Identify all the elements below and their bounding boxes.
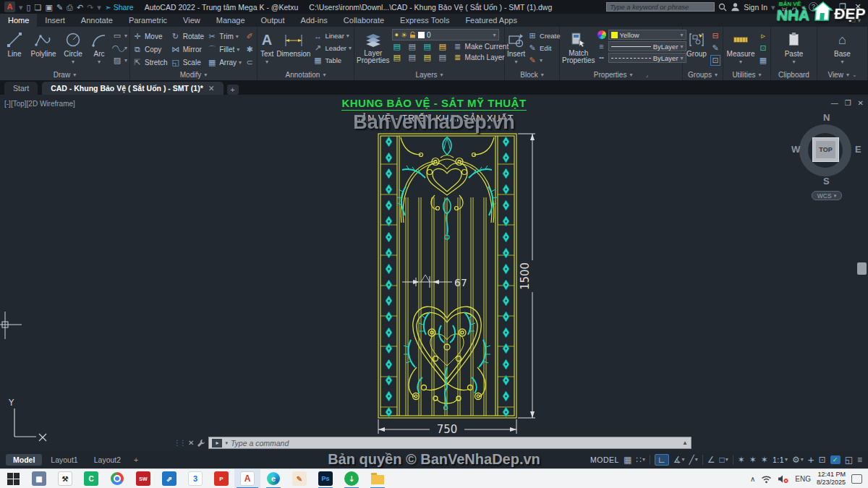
undo-icon[interactable]: ↶	[77, 1, 83, 13]
panel-groups-footer[interactable]: Groups▾	[683, 69, 723, 80]
command-grip-handle[interactable]: ⋮⋮	[174, 439, 185, 447]
command-expand-icon[interactable]: ▲	[682, 440, 688, 446]
measure-flyout-icon[interactable]: ▾	[739, 58, 742, 66]
panel-annotation-footer[interactable]: Annotation▾	[258, 69, 354, 80]
match-properties-button[interactable]: MatchProperties	[562, 29, 595, 64]
erase-button[interactable]: ✐	[244, 30, 255, 43]
dimension-button[interactable]: Dimension	[276, 29, 310, 58]
workspace-switching[interactable]: ⚙▾	[792, 455, 804, 465]
otrack-toggle[interactable]: ∠	[707, 455, 715, 465]
viewcube-north[interactable]: N	[823, 112, 830, 123]
file-tab-close-icon[interactable]: ✕	[208, 84, 215, 93]
grid-toggle[interactable]: ▦	[624, 455, 631, 465]
circle-flyout-icon[interactable]: ▾	[72, 58, 75, 66]
rotate-button[interactable]: ↻Rotate	[171, 30, 204, 43]
arc-flyout-icon[interactable]: ▾	[98, 58, 101, 66]
base-flyout-icon[interactable]: ▾	[841, 58, 843, 66]
ungroup-button[interactable]: ⊟	[710, 30, 720, 42]
hatch-button[interactable]: ▨▾	[112, 54, 127, 67]
lineweight-dropdown[interactable]: ByLayer ▾	[608, 41, 686, 51]
circle-button[interactable]: Circle ▾	[60, 29, 86, 66]
ribbon-tab-collaborate[interactable]: Collaborate	[336, 14, 392, 27]
trim-button[interactable]: ✂Trim▾	[207, 30, 242, 43]
layer-unisolate-icon[interactable]: ▤	[392, 53, 402, 62]
ribbon-tab-output[interactable]: Output	[253, 14, 293, 27]
taskbar-share-app[interactable]: ⇗	[156, 469, 182, 488]
taskbar-zalo[interactable]: 3	[182, 469, 208, 488]
viewcube-top-face[interactable]: TOP	[812, 137, 839, 162]
file-tab-start[interactable]: Start	[4, 82, 38, 95]
panel-view-footer[interactable]: View▾⌄	[817, 69, 867, 80]
model-tab[interactable]: Model	[6, 454, 42, 466]
base-button[interactable]: ⌂ Base ▾	[828, 29, 857, 66]
panel-block-footer[interactable]: Block▾	[505, 69, 559, 80]
command-input-bar[interactable]: ▸ ▾ ▲	[208, 437, 692, 449]
taskbar-paint-tool[interactable]: ✎	[286, 469, 312, 488]
array-button[interactable]: ▦Array▾	[207, 56, 242, 69]
command-input[interactable]	[231, 439, 679, 448]
ellipse-button[interactable]: ◠◡▾	[112, 42, 127, 54]
taskbar-clock[interactable]: 12:41 PM 8/23/2025	[817, 471, 846, 487]
taskbar-pdf[interactable]: P	[208, 469, 234, 488]
tray-expand-icon[interactable]: ∧	[750, 475, 755, 483]
insert-button[interactable]: Insert ▾	[507, 29, 525, 66]
layer-merge-icon[interactable]: ▤	[407, 53, 417, 62]
ribbon-tab-annotate[interactable]: Annotate	[73, 14, 121, 27]
new-tab-button[interactable]: +	[227, 85, 239, 95]
layer-unlock2-icon[interactable]: ▤	[438, 53, 448, 62]
layer-dropdown[interactable]: ● ☀ 0 ▾	[392, 29, 499, 40]
user-icon[interactable]	[731, 2, 740, 12]
qat-dropdown-icon[interactable]: ▾	[97, 1, 101, 13]
layer-dropdown-arrow-icon[interactable]: ▾	[493, 32, 496, 38]
group-button[interactable]: Group	[685, 29, 708, 58]
measure-button[interactable]: Measure ▾	[726, 29, 756, 66]
paste-flyout-icon[interactable]: ▾	[792, 58, 795, 66]
viewcube-west[interactable]: W	[791, 144, 800, 155]
command-customize-wrench-icon[interactable]	[197, 439, 205, 448]
quick-select-button[interactable]: ▹	[758, 30, 768, 42]
space-indicator[interactable]: MODEL	[590, 455, 619, 464]
taskbar-photoshop[interactable]: Ps	[312, 469, 339, 488]
snap-toggle[interactable]: ∷▾	[636, 455, 645, 465]
file-tab-document[interactable]: CAD - Khung Bảo Vệ ( Sắt Uốn ) - SMT (1)…	[42, 82, 223, 95]
appmenu-dropdown-icon[interactable]: ▾	[19, 1, 23, 13]
arc-button[interactable]: Arc ▾	[88, 29, 110, 66]
paste-button[interactable]: Paste ▾	[780, 29, 809, 66]
object-color-dropdown[interactable]: Yellow ▾	[608, 30, 686, 40]
language-indicator[interactable]: ENG	[795, 475, 811, 483]
save-as-icon[interactable]: ✎	[56, 1, 63, 13]
plot-icon[interactable]: ⎙	[67, 1, 73, 13]
viewcube-south[interactable]: S	[823, 176, 830, 187]
drawing-canvas[interactable]: [-][Top][2D Wireframe] — ❐ ✕ KHUNG BẢO V…	[0, 95, 868, 450]
layout2-tab[interactable]: Layout2	[87, 454, 128, 466]
taskbar-autocad[interactable]: A	[234, 469, 260, 488]
overkill-button[interactable]: ⊂	[244, 56, 255, 69]
navbar-thumb[interactable]	[857, 262, 867, 275]
viewcube-east[interactable]: E	[855, 144, 861, 155]
block-attributes-button[interactable]: ✎▾	[527, 54, 561, 67]
properties-dialog-launcher-icon[interactable]: ⌟	[645, 72, 648, 78]
leader-button[interactable]: ↗Leader▾	[312, 42, 352, 54]
fillet-button[interactable]: ⌒Fillet▾	[207, 43, 242, 56]
panel-utilities-footer[interactable]: Utilities▾	[723, 69, 770, 80]
wifi-icon[interactable]	[761, 474, 772, 484]
customization-menu[interactable]: ≡	[857, 455, 862, 465]
osnap-toggle[interactable]: □▾	[719, 455, 728, 465]
isodraft-toggle[interactable]: ╱▾	[689, 455, 697, 465]
mirror-button[interactable]: ⋈Mirror	[171, 43, 204, 56]
panel-layers-footer[interactable]: Layers▾	[354, 69, 504, 80]
panel-modify-footer[interactable]: Modify▾	[130, 69, 257, 80]
layer-delete-icon[interactable]: ▤	[422, 53, 433, 62]
save-icon[interactable]: ▣	[45, 1, 52, 13]
ribbon-tab-addins[interactable]: Add-ins	[293, 14, 336, 27]
hardware-acceleration-toggle[interactable]: ✓	[830, 455, 841, 464]
command-close-icon[interactable]: ✕	[188, 439, 194, 447]
taskbar-calculator[interactable]: ▦	[26, 469, 52, 488]
ortho-toggle[interactable]: ∟	[655, 454, 669, 466]
annotation-monitor[interactable]: +	[808, 453, 814, 466]
add-layout-button[interactable]: +	[129, 455, 142, 464]
clean-screen-toggle[interactable]: ◱	[845, 455, 853, 465]
linear-button[interactable]: ↔Linear▾	[312, 30, 352, 42]
make-current-button[interactable]: ≣Make Current	[453, 42, 509, 51]
annotation-autoscale-toggle[interactable]: ✶	[749, 455, 757, 465]
